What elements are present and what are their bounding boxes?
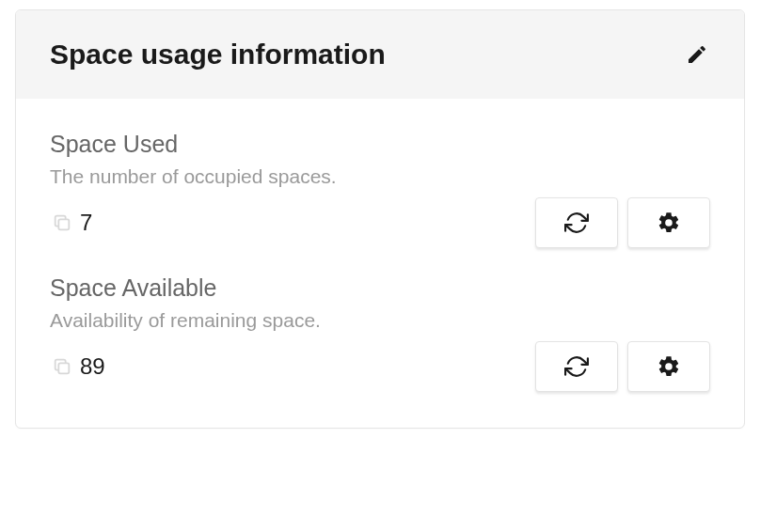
- refresh-button[interactable]: [535, 341, 618, 392]
- space-usage-card: Space usage information Space Used The n…: [15, 9, 745, 429]
- action-buttons: [535, 341, 710, 392]
- pencil-icon: [686, 43, 708, 66]
- metric-label: Space Used: [50, 131, 710, 158]
- metric-value-wrap: 89: [50, 353, 105, 380]
- svg-rect-1: [58, 363, 69, 373]
- metric-row: 89: [50, 341, 710, 392]
- copy-icon: [52, 212, 72, 233]
- metric-row: 7: [50, 197, 710, 248]
- metric-description: The number of occupied spaces.: [50, 165, 710, 188]
- metric-description: Availability of remaining space.: [50, 309, 710, 332]
- card-body: Space Used The number of occupied spaces…: [16, 99, 744, 428]
- metric-value-wrap: 7: [50, 210, 92, 236]
- metric-space-used: Space Used The number of occupied spaces…: [50, 131, 710, 248]
- card-header: Space usage information: [16, 10, 744, 99]
- svg-rect-0: [58, 219, 69, 229]
- metric-value: 7: [80, 210, 92, 236]
- refresh-icon: [564, 354, 589, 379]
- refresh-icon: [564, 211, 589, 235]
- copy-button[interactable]: [52, 212, 72, 233]
- refresh-button[interactable]: [535, 197, 618, 248]
- action-buttons: [535, 197, 710, 248]
- gear-icon: [657, 211, 681, 235]
- copy-icon: [52, 356, 72, 377]
- card-title: Space usage information: [50, 39, 386, 70]
- settings-button[interactable]: [627, 197, 710, 248]
- metric-value: 89: [80, 353, 105, 380]
- metric-label: Space Available: [50, 274, 710, 302]
- metric-space-available: Space Available Availability of remainin…: [50, 274, 710, 392]
- settings-button[interactable]: [627, 341, 710, 392]
- edit-button[interactable]: [684, 41, 710, 68]
- copy-button[interactable]: [52, 356, 72, 377]
- gear-icon: [657, 354, 681, 379]
